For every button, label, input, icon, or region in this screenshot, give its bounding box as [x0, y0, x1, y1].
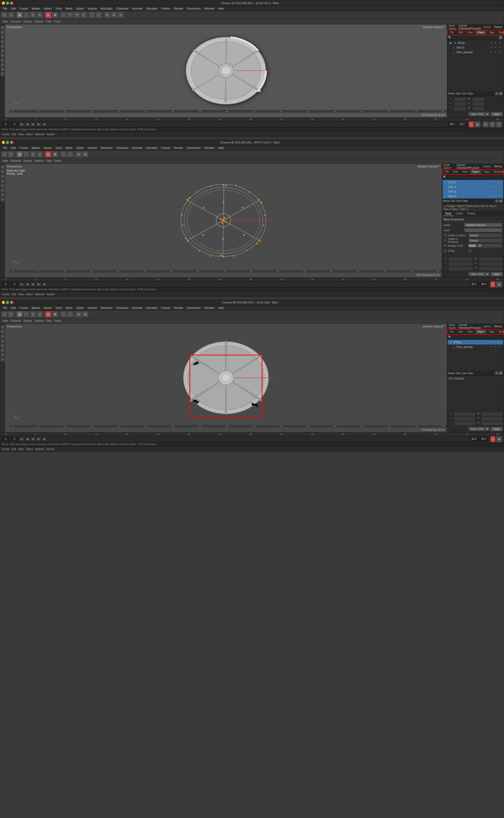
sidebar-icon-3-8[interactable]: S: [1, 357, 5, 361]
cameras-label-1[interactable]: Cameras: [10, 20, 22, 23]
window-controls-3[interactable]: [2, 301, 13, 304]
create-action-1[interactable]: Create: [2, 133, 10, 136]
tb-extra-2a[interactable]: ⚙: [76, 151, 82, 157]
edit-action-1[interactable]: Edit: [12, 133, 16, 136]
window-controls-2[interactable]: [2, 141, 13, 144]
tab-bookmarks-2[interactable]: Bookmarks: [492, 169, 504, 174]
obj-item-array[interactable]: ▶ ⊞ Array ● ● ✕: [448, 40, 503, 45]
tab-bookmarks-1[interactable]: Bookmarks: [497, 30, 504, 35]
sidebar-icon-8[interactable]: S: [1, 58, 5, 62]
tab-object-1[interactable]: Object: [475, 30, 487, 35]
edit-lbl-2[interactable]: Edit: [451, 199, 455, 202]
edit-lbl-1[interactable]: Edit: [456, 92, 460, 95]
panel-label-1[interactable]: Panel: [53, 20, 62, 23]
view-action-1[interactable]: View: [18, 133, 24, 136]
sidebar-icon-2[interactable]: ✢: [1, 30, 5, 34]
sidebar-icon-3-2[interactable]: ✢: [1, 329, 5, 334]
tb-null-2[interactable]: +: [67, 151, 73, 157]
material-action-1[interactable]: Material: [35, 133, 44, 136]
menu-volume-3[interactable]: Volume: [86, 306, 99, 310]
tb-undo-2[interactable]: ↩: [1, 151, 7, 157]
menu-select-3[interactable]: Select: [42, 306, 53, 310]
menu-extensions-3[interactable]: Extensions: [185, 306, 202, 310]
menu-mograph-3[interactable]: MoGraph: [99, 306, 114, 310]
menu-window-1[interactable]: Window: [203, 6, 216, 11]
menu-volume-2[interactable]: Volume: [86, 146, 99, 150]
minimize-btn-2[interactable]: [2, 141, 5, 144]
prop-displaycolor-value[interactable]: Off: [477, 243, 502, 248]
tb-extra1[interactable]: ⚙: [104, 12, 110, 18]
play-stop-2[interactable]: ■: [31, 282, 35, 286]
play-prev-1[interactable]: ◀: [25, 122, 30, 126]
menu-modes-2[interactable]: Modes: [30, 146, 42, 150]
visrenderer-checkbox[interactable]: [444, 239, 447, 242]
cameras-label-2[interactable]: Cameras: [10, 159, 22, 162]
mode-lbl-1[interactable]: Mode: [448, 92, 455, 95]
obj-item-discbk[interactable]: △ Disc_backup ● ● ✕: [448, 50, 503, 54]
play-first-3[interactable]: ⏮: [19, 437, 24, 441]
object-rel-select-2[interactable]: Object (Rel): [468, 272, 490, 276]
menu-extensions-2[interactable]: Extensions: [185, 146, 202, 150]
frame-end-2[interactable]: 0: [11, 282, 18, 286]
view-action-3[interactable]: View: [18, 448, 24, 451]
filter-label-2[interactable]: Filter: [45, 159, 53, 162]
menu-mograph-2[interactable]: MoGraph: [99, 146, 114, 150]
tb-rotate-2[interactable]: ↻: [30, 151, 36, 157]
tb-rotate-3[interactable]: ↻: [30, 311, 36, 317]
menu-file-3[interactable]: File: [1, 306, 9, 310]
apply-btn-2[interactable]: Apply: [491, 272, 503, 276]
maximize-btn-2[interactable]: [6, 141, 9, 144]
menu-window-3[interactable]: Window: [203, 306, 216, 310]
viseditor-checkbox[interactable]: [444, 234, 447, 237]
menu-mesh-3[interactable]: Mesh: [64, 306, 74, 310]
play-prev-3[interactable]: ◀: [25, 437, 30, 441]
select-action-3[interactable]: Select: [26, 448, 33, 451]
prop-visrenderer-value[interactable]: Default: [468, 238, 502, 242]
menu-tracker-2[interactable]: Tracker: [159, 146, 172, 150]
sidebar-icon-2-2[interactable]: ✢: [1, 169, 5, 174]
apply-btn-3[interactable]: Apply: [491, 427, 503, 431]
menu-animate-1[interactable]: Animate: [131, 6, 144, 11]
maximize-btn-1[interactable]: [6, 2, 9, 5]
tab-object-3[interactable]: Object: [475, 329, 487, 334]
basic-tab[interactable]: Basic: [443, 212, 453, 216]
tb-extra2[interactable]: ⊞: [111, 12, 117, 18]
tb-redo-1[interactable]: ↪: [8, 12, 14, 18]
menu-create-2[interactable]: Create: [18, 146, 30, 150]
tb-move-2[interactable]: ↔: [23, 151, 29, 157]
tab-edit-2[interactable]: Edit: [451, 169, 460, 174]
tb-obj-2[interactable]: ○: [60, 151, 67, 157]
x-val-3[interactable]: [454, 412, 475, 416]
record-btn-1[interactable]: ●: [469, 121, 474, 127]
xray-checkbox[interactable]: [444, 249, 447, 252]
window-controls-1[interactable]: [2, 2, 13, 5]
obj-vis1-dbk[interactable]: ●: [491, 51, 494, 54]
tb-spline-1[interactable]: ⌒: [89, 12, 95, 18]
display-label-3[interactable]: Display: [22, 319, 33, 322]
tb-render-2[interactable]: ▶: [45, 151, 51, 157]
menu-help-3[interactable]: Help: [216, 306, 225, 310]
tab-view-1[interactable]: View: [465, 30, 475, 35]
obj-vis2-dbk[interactable]: ●: [495, 51, 498, 54]
menu-animate-2[interactable]: Animate: [131, 146, 144, 150]
sidebar-icon-2-1[interactable]: 🖱: [1, 165, 5, 169]
obj-vis2[interactable]: ●: [495, 41, 498, 44]
menu-edit-3[interactable]: Edit: [10, 306, 18, 310]
mode-lbl-3[interactable]: Mode: [448, 372, 455, 375]
menu-select-2[interactable]: Select: [42, 146, 53, 150]
sidebar-icon-11[interactable]: ⊙: [1, 72, 5, 76]
mode-btn1[interactable]: ←: [495, 92, 499, 95]
mode-btn-2a[interactable]: ←: [495, 199, 499, 203]
tb-undo-1[interactable]: ↩: [1, 12, 7, 18]
tb-extra-2b[interactable]: ⊞: [82, 151, 88, 157]
sidebar-icon-2-3[interactable]: ↻: [1, 174, 5, 178]
filter-label-3[interactable]: Filter: [45, 319, 53, 322]
tb-redo-2[interactable]: ↪: [8, 151, 14, 157]
tb-scale-1[interactable]: ⇲: [37, 12, 43, 18]
sidebar-icon-6[interactable]: ◈: [1, 49, 5, 53]
tab-view-3[interactable]: View: [465, 329, 475, 334]
sidebar-icon-2-5[interactable]: ✏: [1, 183, 5, 188]
x-val-1[interactable]: [454, 97, 466, 101]
play-stop-1[interactable]: ■: [31, 122, 35, 126]
close-btn-3[interactable]: [10, 301, 13, 304]
